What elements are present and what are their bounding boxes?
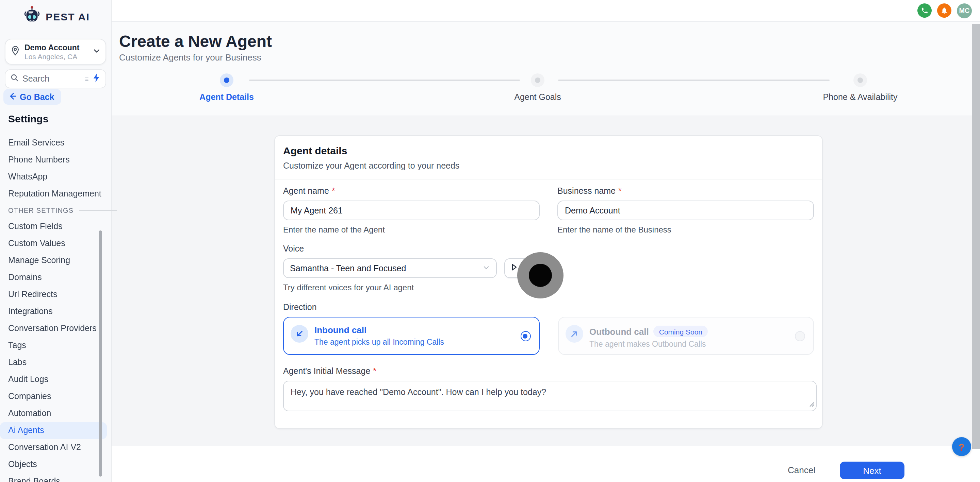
card-title: Agent details (283, 145, 814, 156)
notifications-bell-icon[interactable] (937, 3, 951, 17)
initial-message-label: Agent's Initial Message* (283, 366, 814, 376)
sidebar-search (5, 69, 106, 88)
cancel-button[interactable]: Cancel (782, 461, 821, 479)
sidebar-section-other-settings: OTHER SETTINGS (0, 203, 107, 218)
brand-name: PEST AI (46, 11, 90, 22)
phone-icon[interactable] (917, 3, 932, 17)
sidebar-item-custom-fields[interactable]: Custom Fields (0, 218, 107, 235)
voice-label: Voice (283, 244, 814, 254)
inbound-call-option[interactable]: Inbound call The agent picks up all Inco… (283, 317, 540, 355)
sidebar-item-domains[interactable]: Domains (0, 269, 107, 286)
wizard-footer: Cancel Next (111, 446, 980, 482)
sidebar-item-labs[interactable]: Labs (0, 354, 107, 371)
step-label-agent-goals: Agent Goals (514, 92, 561, 102)
section-label: OTHER SETTINGS (8, 207, 73, 214)
required-asterisk: * (332, 186, 335, 196)
sidebar-item-ai-agents[interactable]: Ai Agents (0, 422, 107, 439)
sidebar-item-whatsapp[interactable]: WhatsApp (0, 169, 107, 186)
chevron-down-icon (92, 46, 101, 58)
sidebar-scrollbar-thumb[interactable] (99, 230, 102, 477)
inbound-title: Inbound call (314, 325, 444, 335)
location-pin-icon (10, 45, 21, 58)
settings-nav: Email Services Phone Numbers WhatsApp Re… (0, 135, 107, 482)
sidebar-item-integrations[interactable]: Integrations (0, 303, 107, 320)
quick-actions-dashes (85, 77, 89, 81)
sidebar-item-objects[interactable]: Objects (0, 456, 107, 473)
voice-select-value: Samantha - Teen and Focused (290, 263, 406, 273)
topbar: MC (111, 0, 980, 22)
required-asterisk: * (618, 186, 622, 196)
outbound-arrow-icon (566, 325, 583, 342)
card-subtitle: Customize your Agent according to your n… (283, 161, 814, 171)
inbound-radio[interactable] (520, 331, 531, 341)
inbound-description: The agent picks up all Incoming Calls (314, 338, 444, 346)
step-label-agent-details[interactable]: Agent Details (199, 92, 254, 102)
sidebar-item-manage-scoring[interactable]: Manage Scoring (0, 252, 107, 269)
search-input[interactable] (22, 74, 82, 84)
section-divider (79, 210, 117, 211)
settings-heading: Settings (8, 113, 48, 124)
agent-name-helper: Enter the name of the Agent (283, 225, 540, 235)
page-subtitle: Customize Agents for your Business (119, 52, 261, 63)
help-button[interactable]: ? (952, 437, 971, 456)
outbound-call-option: Outbound callComing Soon The agent makes… (558, 317, 814, 355)
arrow-left-icon (8, 92, 17, 102)
sidebar-item-audit-logs[interactable]: Audit Logs (0, 371, 107, 388)
go-back-label: Go Back (20, 92, 54, 101)
sidebar-item-url-redirects[interactable]: Url Redirects (0, 286, 107, 303)
search-icon (10, 73, 19, 85)
initial-message-textarea[interactable]: Hey, you have reached "Demo Account". Ho… (283, 381, 817, 411)
page-scrollbar-thumb[interactable] (972, 24, 980, 449)
sidebar-item-conversation-providers[interactable]: Conversation Providers (0, 320, 107, 337)
lightning-bolt-icon[interactable] (92, 72, 101, 85)
step-dot-agent-details[interactable] (220, 73, 234, 87)
step-dot-phone-availability (853, 73, 867, 87)
question-mark-icon: ? (959, 441, 965, 452)
select-chevron-down-icon (482, 263, 490, 273)
next-button[interactable]: Next (840, 461, 904, 479)
go-back-button[interactable]: Go Back (3, 89, 61, 105)
agent-name-label: Agent name* (283, 186, 540, 196)
outbound-description: The agent makes Outbound Calls (589, 340, 708, 349)
textarea-resize-handle[interactable] (809, 398, 815, 410)
sidebar-item-phone-numbers[interactable]: Phone Numbers (0, 152, 107, 169)
sidebar: PEST AI Demo Account Los Angeles, CA (0, 0, 111, 482)
sidebar-item-custom-values[interactable]: Custom Values (0, 235, 107, 252)
recording-cursor-overlay (517, 252, 563, 298)
business-name-helper: Enter the name of the Business (557, 225, 814, 235)
brand-logo: PEST AI (0, 5, 111, 28)
agent-name-input[interactable] (283, 201, 540, 220)
coming-soon-badge: Coming Soon (654, 326, 708, 338)
sidebar-item-automation[interactable]: Automation (0, 405, 107, 422)
sidebar-item-tags[interactable]: Tags (0, 337, 107, 354)
required-asterisk: * (373, 366, 376, 376)
outbound-title: Outbound call (589, 327, 649, 337)
sidebar-item-email-services[interactable]: Email Services (0, 135, 107, 152)
step-dot-agent-goals (531, 73, 544, 87)
direction-label: Direction (283, 303, 814, 312)
stepper-connector-2 (558, 79, 830, 81)
account-switcher[interactable]: Demo Account Los Angeles, CA (5, 39, 106, 65)
sidebar-item-conversation-ai-v2[interactable]: Conversation AI V2 (0, 439, 107, 456)
sidebar-item-companies[interactable]: Companies (0, 388, 107, 405)
main-area: MC Create a New Agent Customize Agents f… (111, 0, 980, 482)
outbound-radio (795, 331, 805, 341)
inbound-arrow-icon (291, 325, 308, 342)
account-location: Los Angeles, CA (24, 52, 89, 60)
sidebar-item-reputation-management[interactable]: Reputation Management (0, 186, 107, 203)
business-name-label: Business name* (557, 186, 814, 196)
voice-select[interactable]: Samantha - Teen and Focused (283, 258, 497, 278)
app-window: PEST AI Demo Account Los Angeles, CA (0, 0, 980, 482)
sidebar-item-brand-boards[interactable]: Brand Boards (0, 473, 107, 482)
play-icon (511, 263, 518, 273)
user-avatar[interactable]: MC (957, 3, 972, 18)
stepper-connector-1 (249, 79, 520, 81)
account-name: Demo Account (24, 43, 89, 52)
page-title: Create a New Agent (119, 32, 272, 51)
business-name-input[interactable] (557, 201, 814, 220)
step-label-phone-availability: Phone & Availability (823, 92, 897, 102)
robot-logo-icon (22, 5, 42, 28)
